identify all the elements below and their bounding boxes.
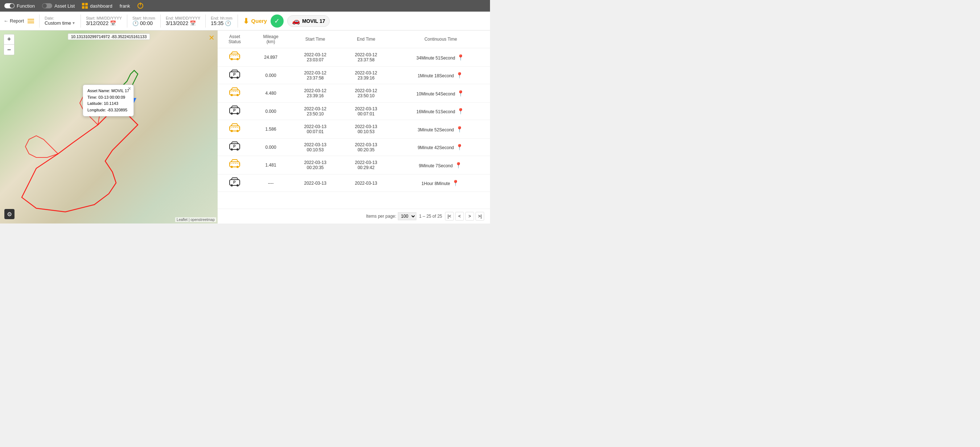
back-button[interactable]: ← Report [4, 18, 24, 24]
items-per-page-label: Items per page: [366, 214, 396, 219]
svg-text:P: P [233, 73, 236, 76]
tooltip-close-button[interactable]: ✕ [128, 86, 131, 91]
svg-text:P: P [233, 108, 236, 113]
next-page-button[interactable]: > [465, 212, 474, 221]
dashboard-label: dashboard [90, 3, 112, 9]
svg-point-11 [231, 113, 233, 115]
location-button[interactable]: 📍 [455, 71, 464, 80]
table-row: 1.4812022-03-1300:20:352022-03-1300:29:4… [218, 156, 490, 175]
function-toggle[interactable]: Function [4, 3, 35, 9]
table-container: AssetStatus Mileage(km) Start Time End T… [218, 30, 490, 208]
cell-continuous-time: 1Hour 8Minute 📍 [391, 175, 490, 192]
location-button[interactable]: 📍 [454, 161, 463, 169]
dashboard-icon [82, 3, 88, 9]
cell-status: P [218, 103, 252, 120]
col-status: AssetStatus [218, 30, 252, 48]
table-row: P 0.0002022-03-1223:37:582022-03-1223:39… [218, 67, 490, 84]
user-info: frank [120, 3, 130, 9]
end-time-clock-icon[interactable]: 🕐 [225, 20, 231, 26]
tooltip-longitude: Longitude: -83.320895 [88, 107, 129, 114]
continuous-time-value: 1Hour 8Minute [422, 181, 450, 186]
cell-status: P [218, 175, 252, 192]
end-time-label: End: hh:mm [211, 16, 232, 20]
table-row: P 0.0002022-03-1300:10:532022-03-1300:20… [218, 138, 490, 156]
data-panel: AssetStatus Mileage(km) Start Time End T… [218, 30, 490, 224]
data-table: AssetStatus Mileage(km) Start Time End T… [218, 30, 490, 192]
table-row: 1.5862022-03-1300:07:012022-03-1300:10:5… [218, 120, 490, 138]
table-row: P ----2022-03-132022-03-131Hour 8Minute … [218, 175, 490, 192]
cell-end-time: 2022-03-13 [340, 175, 391, 192]
map-close-button[interactable]: ✕ [208, 33, 215, 42]
user-label: frank [120, 3, 130, 9]
driving-status-icon [228, 123, 241, 135]
location-button[interactable]: 📍 [455, 125, 464, 134]
query-label: Query [251, 18, 267, 24]
location-button[interactable]: 📍 [451, 179, 460, 187]
coords-text: 10.131310299714972 -83.3522415161133 [71, 35, 147, 39]
cell-mileage: 4.480 [252, 84, 290, 103]
driving-status-icon [228, 159, 241, 171]
zoom-out-button[interactable]: − [4, 45, 14, 55]
dashboard-nav[interactable]: dashboard [82, 3, 112, 9]
svg-point-8 [231, 94, 233, 96]
location-button[interactable]: 📍 [456, 53, 465, 62]
svg-point-5 [237, 76, 239, 79]
svg-point-23 [237, 166, 239, 168]
location-button[interactable]: 📍 [456, 89, 465, 98]
prev-page-button[interactable]: < [455, 212, 464, 221]
map-area: 10.131310299714972 -83.3522415161133 ✕ +… [0, 30, 218, 224]
query-button[interactable]: ⬇ Query [243, 17, 267, 25]
cell-start-time: 2022-03-1300:07:01 [290, 120, 340, 138]
start-date-field: Start: MM/DD/YYYY 3/12/2022 📅 [86, 16, 122, 26]
svg-point-1 [231, 58, 233, 60]
function-switch[interactable] [4, 3, 14, 8]
cell-mileage: 1.586 [252, 120, 290, 138]
per-page-dropdown[interactable]: 100 10 25 50 [398, 212, 416, 220]
svg-point-18 [231, 148, 233, 151]
page-navigation: |< < > >| [445, 212, 484, 221]
cell-end-time: 2022-03-1300:20:35 [340, 138, 391, 156]
continuous-time-value: 1Minute 18Second [417, 73, 454, 78]
end-date-label: End: MM/DD/YYYY [166, 16, 200, 20]
menu-button[interactable] [27, 19, 34, 23]
svg-point-25 [231, 184, 233, 186]
power-button[interactable] [137, 3, 143, 9]
map-attribution: Leaflet | openstreetmap [175, 217, 216, 222]
continuous-time-value: 10Minute 54Second [416, 91, 455, 97]
first-page-button[interactable]: |< [445, 212, 454, 221]
asset-list-switch[interactable] [42, 3, 52, 8]
tooltip-asset-name: Asset Name: MOVIL 17 [88, 88, 129, 94]
start-time-clock-icon[interactable]: 🕐 [132, 20, 138, 26]
start-time-label: Start: hh:mm [132, 16, 155, 20]
col-end-time: End Time [340, 30, 391, 48]
asset-list-toggle[interactable]: Asset List [42, 3, 75, 9]
cell-start-time: 2022-03-1223:50:10 [290, 103, 340, 120]
location-button[interactable]: 📍 [456, 107, 465, 115]
tooltip-time: Time: 03-13 00:00:09 [88, 94, 129, 101]
col-mileage: Mileage(km) [252, 30, 290, 48]
cell-status: P [218, 138, 252, 156]
cell-start-time: 2022-03-1223:39:16 [290, 84, 340, 103]
continuous-time-value: 9Minute 42Second [417, 145, 454, 150]
date-type-dropdown[interactable]: Custom time ▼ [45, 20, 75, 26]
cell-mileage: 1.481 [252, 156, 290, 175]
location-button[interactable]: 📍 [455, 143, 464, 151]
divider-2 [81, 14, 81, 27]
back-label: Report [10, 18, 24, 24]
last-page-button[interactable]: >| [476, 212, 484, 221]
cell-start-time: 2022-03-1300:20:35 [290, 156, 340, 175]
table-row: 4.4802022-03-1223:39:162022-03-1223:50:1… [218, 84, 490, 103]
parking-status-icon: P [228, 142, 241, 153]
col-start-time: Start Time [290, 30, 340, 48]
cell-status: P [218, 67, 252, 84]
start-date-calendar-icon[interactable]: 📅 [110, 20, 116, 26]
back-arrow-icon: ← [4, 18, 8, 24]
cell-end-time: 2022-03-1300:10:53 [340, 120, 391, 138]
zoom-in-button[interactable]: + [4, 35, 14, 45]
asset-tag: 🚗 MOVIL 17 [287, 15, 330, 27]
cell-start-time: 2022-03-1300:10:53 [290, 138, 340, 156]
map-settings-button[interactable]: ⚙ [4, 209, 14, 219]
map-route [0, 30, 218, 224]
end-date-calendar-icon[interactable]: 📅 [190, 20, 196, 26]
cell-mileage: 24.897 [252, 48, 290, 67]
